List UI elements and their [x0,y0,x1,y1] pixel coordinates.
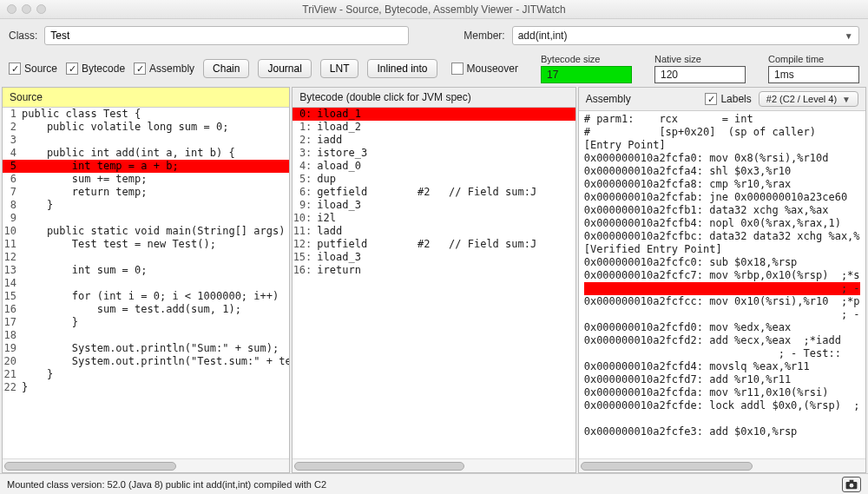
assembly-line[interactable]: 0x000000010a2fcfa0: mov 0x8(%rsi),%r10d [584,152,860,165]
window-titlebar: TriView - Source, Bytecode, Assembly Vie… [0,0,868,19]
source-line[interactable]: 6 sum += temp; [3,173,289,186]
assembly-line[interactable]: # parm1: rcx = int [584,113,860,126]
stat-native-label: Native size [654,54,746,64]
main-panels: Source 1public class Test {2 public vola… [0,87,868,473]
source-line[interactable]: 16 sum = test.add(sum, 1); [3,303,289,316]
source-line[interactable]: 18 [3,329,289,342]
source-line[interactable]: 20 System.out.println("Test.sum:" + te [3,355,289,368]
stat-native-value: 120 [654,66,746,83]
assembly-line[interactable]: 0x000000010a2fcfb1: data32 xchg %ax,%ax [584,204,860,217]
source-line[interactable]: 9 [3,212,289,225]
stat-bytecode-value: 17 [541,66,632,83]
stat-bytecode-size: Bytecode size 17 [541,54,632,83]
source-line[interactable]: 21 } [3,368,289,381]
bytecode-line[interactable]: 0:iload_1 [293,108,575,121]
inlined-button[interactable]: Inlined into [367,59,437,78]
assembly-line[interactable]: [Verified Entry Point] [584,243,860,256]
journal-button[interactable]: Journal [258,59,311,78]
lnt-button[interactable]: LNT [320,59,359,78]
labels-checkbox[interactable]: ✓Labels [705,93,751,105]
class-label: Class: [9,30,37,42]
source-line[interactable]: 15 for (int i = 0; i < 1000000; i++) [3,290,289,303]
assembly-panel-body[interactable]: # parm1: rcx = int# [sp+0x20] (sp of cal… [579,111,865,458]
bytecode-line[interactable]: 4:aload_0 [293,160,575,173]
assembly-line[interactable]: 0x000000010a2fcfcc: mov 0x10(%rsi),%r10 … [584,295,860,308]
bytecode-panel-body[interactable]: 0:iload_11:iload_22:iadd3:istore_34:aloa… [293,108,575,458]
chevron-down-icon: ▼ [845,31,853,41]
assembly-line[interactable]: # [sp+0x20] (sp of caller) [584,126,860,139]
stat-native-size: Native size 120 [654,54,746,83]
assembly-panel-title: Assembly [586,93,631,105]
svg-rect-2 [850,479,854,482]
assembly-line[interactable]: 0x000000010a2fcfd2: add %ecx,%eax ;*iadd [584,334,860,347]
assembly-line[interactable]: 0x000000010a2fcfbc: data32 data32 xchg %… [584,230,860,243]
bytecode-line[interactable]: 5:dup [293,173,575,186]
source-line[interactable]: 22} [3,381,289,394]
assembly-line[interactable] [584,412,860,425]
member-select[interactable]: add(int,int) ▼ [512,26,859,45]
class-member-row: Class: Member: add(int,int) ▼ [0,19,868,52]
bytecode-line[interactable]: 16:ireturn [293,264,575,277]
bytecode-line[interactable]: 6:getfield #2 // Field sum:J [293,186,575,199]
bytecode-line[interactable]: 10:i2l [293,212,575,225]
source-panel-header: Source [3,88,289,108]
source-line[interactable]: 5 int temp = a + b; [3,160,289,173]
assembly-line[interactable]: 0x000000010a2fcfa4: shl $0x3,%r10 [584,165,860,178]
source-line[interactable]: 10 public static void main(String[] args… [3,225,289,238]
class-input[interactable] [44,26,409,45]
source-line[interactable]: 19 System.out.println("Sum:" + sum); [3,342,289,355]
bytecode-line[interactable]: 12:putfield #2 // Field sum:J [293,238,575,251]
bytecode-line[interactable]: 11:ladd [293,225,575,238]
source-line[interactable]: 13 int sum = 0; [3,264,289,277]
source-line[interactable]: 8 } [3,199,289,212]
source-line[interactable]: 7 return temp; [3,186,289,199]
bytecode-line[interactable]: 15:iload_3 [293,251,575,264]
bytecode-line[interactable]: 1:iload_2 [293,121,575,134]
bytecode-line[interactable]: 2:iadd [293,134,575,147]
assembly-line[interactable]: 0x000000010a2fcfde: lock addl $0x0,(%rsp… [584,399,860,412]
assembly-line[interactable]: ; - [584,308,860,321]
svg-point-1 [850,483,854,487]
assembly-line[interactable]: 0x000000010a2fcfda: mov %r11,0x10(%rsi) [584,386,860,399]
assembly-line[interactable]: 0x000000010a2fcfe3: add $0x10,%rsp [584,425,860,438]
assembly-line[interactable]: 0x000000010a2fcfab: jne 0x000000010a23ce… [584,191,860,204]
source-checkbox-label: Source [24,63,57,75]
assembly-checkbox-label: Assembly [149,63,194,75]
source-line[interactable]: 17 } [3,316,289,329]
source-line[interactable]: 12 [3,251,289,264]
source-line[interactable]: 3 [3,134,289,147]
mouseover-checkbox[interactable]: Mouseover [451,63,518,75]
assembly-line[interactable]: ; - [584,282,860,295]
assembly-hscroll[interactable] [579,458,865,472]
source-hscroll[interactable] [3,458,289,472]
assembly-line[interactable]: 0x000000010a2fcfd7: add %r10,%r11 [584,373,860,386]
assembly-line[interactable]: 0x000000010a2fcfd4: movslq %eax,%r11 [584,360,860,373]
assembly-line[interactable]: 0x000000010a2fcfd0: mov %edx,%eax [584,321,860,334]
bytecode-line[interactable]: 3:istore_3 [293,147,575,160]
screenshot-button[interactable] [842,477,861,492]
assembly-line[interactable]: 0x000000010a2fcfc0: sub $0x18,%rsp [584,256,860,269]
assembly-panel-header: Assembly ✓Labels #2 (C2 / Level 4) ▼ [579,88,865,111]
assembly-line[interactable]: ; - Test:: [584,347,860,360]
source-panel-body[interactable]: 1public class Test {2 public volatile lo… [3,108,289,458]
assembly-line[interactable]: 0x000000010a2fcfa8: cmp %r10,%rax [584,178,860,191]
assembly-panel: Assembly ✓Labels #2 (C2 / Level 4) ▼ # p… [578,87,866,473]
bytecode-hscroll[interactable] [293,458,575,472]
source-checkbox[interactable]: ✓Source [9,63,57,75]
source-line[interactable]: 11 Test test = new Test(); [3,238,289,251]
level-select[interactable]: #2 (C2 / Level 4) ▼ [759,91,858,107]
window-title: TriView - Source, Bytecode, Assembly Vie… [0,3,868,16]
assembly-line[interactable]: 0x000000010a2fcfb4: nopl 0x0(%rax,%rax,1… [584,217,860,230]
assembly-checkbox[interactable]: ✓Assembly [134,63,194,75]
assembly-line[interactable]: 0x000000010a2fcfc7: mov %rbp,0x10(%rsp) … [584,269,860,282]
stat-compile-time: Compile time 1ms [768,54,859,83]
source-line[interactable]: 4 public int add(int a, int b) { [3,147,289,160]
bytecode-checkbox[interactable]: ✓Bytecode [66,63,125,75]
chain-button[interactable]: Chain [203,59,249,78]
source-line[interactable]: 2 public volatile long sum = 0; [3,121,289,134]
assembly-line[interactable]: [Entry Point] [584,139,860,152]
bytecode-line[interactable]: 9:iload_3 [293,199,575,212]
statusbar: Mounted class version: 52.0 (Java 8) pub… [0,473,868,494]
source-line[interactable]: 14 [3,277,289,290]
source-line[interactable]: 1public class Test { [3,108,289,121]
